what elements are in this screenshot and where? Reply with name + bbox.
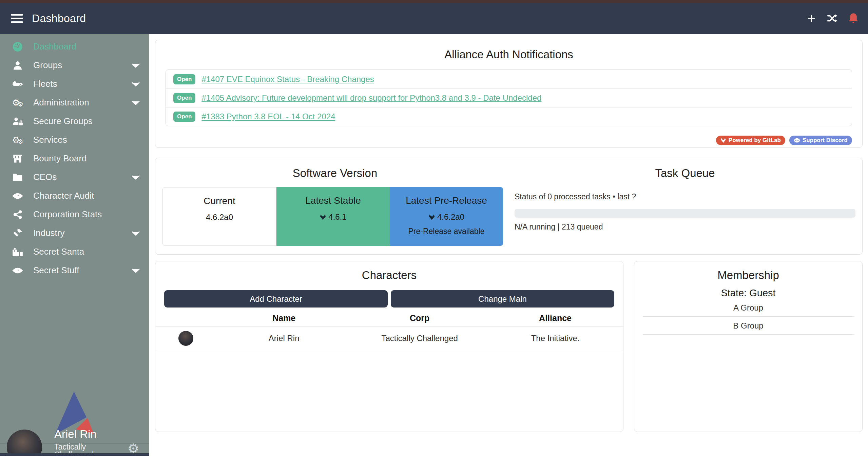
- task-queue-status: Status of 0 processed tasks • last ?: [515, 192, 855, 201]
- sidebar-item-label: Industry: [33, 228, 132, 238]
- sidebar-item-label: Administration: [33, 97, 132, 108]
- user-meta: Ariel Rin Tactically Challenged The Init…: [54, 429, 128, 456]
- notifications-card: Alliance Auth Notifications Open #1407 E…: [155, 40, 863, 148]
- notification-link[interactable]: #1383 Python 3.8 EOL - 14 Oct 2024: [201, 112, 335, 121]
- user-name: Ariel Rin: [54, 429, 128, 440]
- sidebar-item-secret-stuff[interactable]: Secret Stuff: [0, 261, 149, 280]
- gifts-icon: [10, 247, 25, 257]
- eye-icon: [10, 192, 25, 200]
- notification-link[interactable]: #1407 EVE Equinox Status - Breaking Chan…: [201, 75, 374, 84]
- character-alliance: The Initiative.: [487, 334, 623, 343]
- shuttle-icon: [10, 79, 25, 89]
- top-navbar: Dashboard: [0, 0, 868, 34]
- user-avatar: [7, 430, 45, 456]
- status-badge: Open: [173, 93, 195, 103]
- shuffle-icon[interactable]: [827, 13, 838, 24]
- sidebar-item-secure-groups[interactable]: Secure Groups: [0, 112, 149, 131]
- membership-group: B Group: [643, 317, 854, 335]
- powered-by-gitlab-badge[interactable]: Powered by GitLab: [716, 136, 785, 145]
- sidebar-item-services[interactable]: ⚙⚙ Services: [0, 131, 149, 149]
- software-version-column: Software Version Current 4.6.2a0 Latest …: [155, 158, 515, 254]
- notification-row: Open #1383 Python 3.8 EOL - 14 Oct 2024: [166, 107, 852, 126]
- characters-table-header: Name Corp Alliance: [155, 310, 623, 326]
- gitlab-tanuki-icon: [320, 214, 326, 220]
- gitlab-tanuki-icon: [428, 214, 435, 220]
- membership-title: Membership: [634, 261, 862, 282]
- character-row: Ariel Rin Tactically Challenged The Init…: [155, 326, 623, 350]
- gauge-icon: [10, 41, 25, 52]
- sidebar-item-label: Secure Groups: [33, 116, 140, 126]
- task-queue-progress-bar: [515, 209, 855, 218]
- sidebar-item-label: Groups: [33, 60, 132, 71]
- sidebar-item-fleets[interactable]: Fleets: [0, 75, 149, 93]
- notification-link[interactable]: #1405 Advisory: Future development will …: [201, 93, 541, 103]
- sidebar-item-ceos[interactable]: CEOs: [0, 168, 149, 186]
- version-current-cell: Current 4.6.2a0: [162, 187, 276, 246]
- share-icon: [10, 210, 25, 219]
- user-icon: [10, 60, 25, 71]
- notifications-footer: Powered by GitLab Support Discord: [166, 136, 852, 145]
- sidebar-item-character-audit[interactable]: Character Audit: [0, 186, 149, 205]
- version-table: Current 4.6.2a0 Latest Stable 4.6.1 Late…: [162, 187, 503, 246]
- characters-table: Name Corp Alliance Ariel Rin Tactically …: [155, 310, 623, 350]
- user-lock-icon: [10, 116, 25, 126]
- sidebar-bottom-strip: [0, 453, 149, 456]
- gitlab-tanuki-icon: [720, 138, 726, 143]
- sidebar-item-label: Secret Santa: [33, 246, 140, 257]
- membership-card: Membership State: Guest A Group B Group: [634, 261, 863, 432]
- sidebar-nav: Dashboard Groups Fleets: [0, 34, 149, 280]
- software-version-card: Software Version Current 4.6.2a0 Latest …: [155, 158, 863, 255]
- notifications-list: Open #1407 EVE Equinox Status - Breaking…: [166, 70, 852, 126]
- status-badge: Open: [173, 112, 195, 122]
- sidebar-item-label: Bounty Board: [33, 153, 140, 164]
- chevron-down-icon: [132, 172, 140, 182]
- sidebar-item-corporation-stats[interactable]: Corporation Stats: [0, 205, 149, 224]
- sidebar-item-secret-santa[interactable]: Secret Santa: [0, 242, 149, 261]
- characters-title: Characters: [155, 261, 623, 282]
- alliance-auth-dashboard: Dashboard: [0, 0, 868, 456]
- header-corp: Corp: [352, 313, 487, 323]
- plus-icon[interactable]: [806, 13, 817, 24]
- discord-icon: [794, 138, 800, 143]
- character-corp: Tactically Challenged: [352, 334, 487, 343]
- chevron-down-icon: [132, 60, 140, 71]
- sidebar-item-dashboard[interactable]: Dashboard: [0, 37, 149, 56]
- page-title: Dashboard: [32, 12, 86, 25]
- chevron-down-icon: [132, 97, 140, 108]
- store-icon: [10, 154, 25, 163]
- folder-icon: [10, 173, 25, 182]
- sidebar-item-label: Character Audit: [33, 191, 140, 201]
- task-queue-counts: N/A running | 213 queued: [515, 222, 855, 232]
- version-prerelease-cell: Latest Pre-Release 4.6.2a0 Pre-Release a…: [390, 187, 503, 246]
- task-queue-column: Task Queue Status of 0 processed tasks •…: [515, 158, 862, 254]
- gears-icon: ⚙⚙: [10, 135, 25, 145]
- chevron-down-icon: [132, 79, 140, 89]
- status-badge: Open: [173, 74, 195, 84]
- menu-icon[interactable]: [11, 14, 23, 23]
- characters-card: Characters Add Character Change Main Nam…: [155, 261, 623, 432]
- header-alliance: Alliance: [487, 313, 623, 323]
- bell-icon[interactable]: [848, 13, 859, 24]
- add-character-button[interactable]: Add Character: [164, 290, 388, 308]
- chevron-down-icon: [132, 228, 140, 238]
- sidebar-item-industry[interactable]: Industry: [0, 224, 149, 242]
- sidebar-item-bounty-board[interactable]: Bounty Board: [0, 149, 149, 168]
- sidebar-item-label: Corporation Stats: [33, 209, 140, 220]
- main-content: Alliance Auth Notifications Open #1407 E…: [149, 34, 868, 456]
- version-stable-cell: Latest Stable 4.6.1: [276, 187, 390, 246]
- character-name: Ariel Rin: [216, 334, 352, 343]
- header-name: Name: [216, 313, 352, 323]
- characters-buttons: Add Character Change Main: [164, 290, 614, 308]
- support-discord-badge[interactable]: Support Discord: [789, 136, 852, 145]
- sidebar-item-administration[interactable]: ⚙⚙ Administration: [0, 93, 149, 112]
- chevron-down-icon: [132, 265, 140, 276]
- eye-icon: [10, 266, 25, 275]
- sidebar: Dashboard Groups Fleets: [0, 34, 149, 456]
- sidebar-item-label: Services: [33, 135, 140, 145]
- software-version-title: Software Version: [155, 158, 515, 180]
- hammer-icon: [10, 228, 25, 238]
- membership-state: State: Guest: [634, 288, 862, 299]
- task-queue-title: Task Queue: [515, 158, 855, 180]
- sidebar-item-groups[interactable]: Groups: [0, 56, 149, 75]
- change-main-button[interactable]: Change Main: [391, 290, 614, 308]
